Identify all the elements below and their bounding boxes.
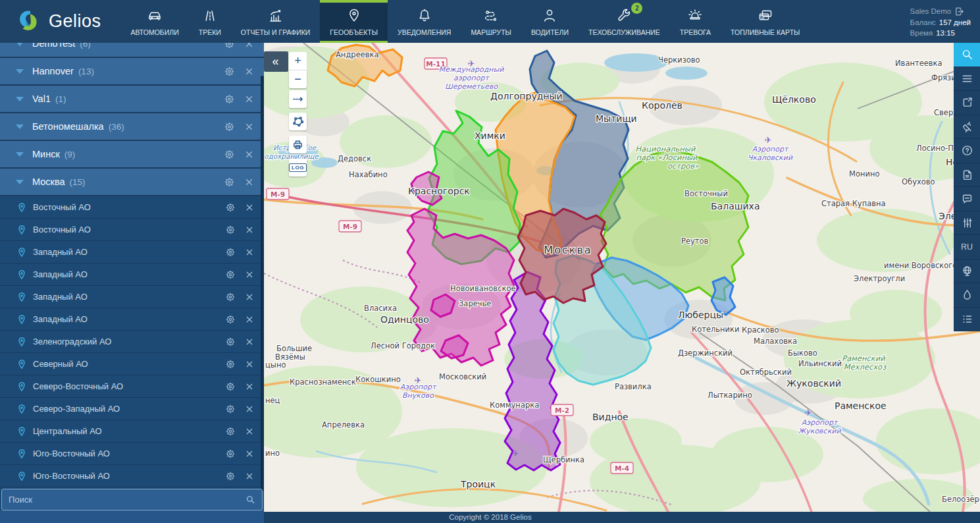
group-remove-button[interactable]: [244, 66, 255, 77]
geo-item-row[interactable]: Юго-Восточный АО: [0, 465, 264, 487]
chevron-down-icon[interactable]: [16, 124, 24, 129]
item-remove-button[interactable]: [244, 269, 255, 280]
geo-item-row[interactable]: Юго-Восточный АО: [0, 443, 264, 465]
item-settings-button[interactable]: [225, 269, 236, 280]
item-remove-button[interactable]: [244, 471, 255, 482]
item-remove-button[interactable]: [244, 225, 255, 235]
group-settings-button[interactable]: [224, 177, 235, 188]
print-map-button[interactable]: [289, 136, 307, 153]
geo-item-row[interactable]: Северный АО: [0, 353, 264, 375]
item-remove-button[interactable]: [244, 359, 255, 370]
measure-distance-button[interactable]: [289, 90, 307, 108]
geo-group-row[interactable]: Бетономешалка(36): [0, 113, 264, 141]
satellite-button[interactable]: [954, 115, 980, 140]
nav-reports[interactable]: ОТЧЕТЫ И ГРАФИКИ: [231, 0, 321, 43]
item-settings-button[interactable]: [225, 314, 236, 325]
nav-vehicles[interactable]: АВТОМОБИЛИ: [121, 0, 189, 43]
collapse-sidebar-button[interactable]: «: [264, 51, 288, 72]
item-remove-button[interactable]: [244, 381, 255, 392]
language-button[interactable]: RU: [954, 235, 980, 260]
item-remove-button[interactable]: [244, 292, 255, 302]
draw-polygon-button[interactable]: [289, 113, 307, 130]
nav-notifications[interactable]: УВЕДОМЛЕНИЯ: [388, 0, 461, 43]
chevron-down-icon[interactable]: [16, 97, 24, 101]
chevron-down-icon[interactable]: [16, 152, 24, 157]
legend-button[interactable]: [954, 308, 980, 332]
filters-button[interactable]: [954, 211, 980, 236]
layers-menu-button[interactable]: [954, 67, 980, 92]
item-settings-button[interactable]: [225, 449, 236, 459]
item-settings-button[interactable]: [225, 471, 236, 482]
nav-geoobjects[interactable]: ГЕООБЪЕКТЫ: [320, 0, 388, 43]
group-settings-button[interactable]: [224, 149, 235, 160]
group-settings-button[interactable]: [224, 94, 235, 105]
group-settings-button[interactable]: [224, 66, 235, 77]
item-remove-button[interactable]: [244, 404, 255, 414]
group-remove-button[interactable]: [244, 149, 255, 160]
geo-item-row[interactable]: Восточный АО: [0, 196, 264, 219]
item-remove-button[interactable]: [244, 426, 255, 437]
geo-item-row[interactable]: Северо-Восточный АО: [0, 375, 264, 398]
map-canvas[interactable]: ✈✈✈✈✈М-11М-9М-9М-2М-4АндреевкаМеждународ…: [264, 43, 980, 512]
item-settings-button[interactable]: [225, 426, 236, 437]
item-settings-button[interactable]: [225, 337, 236, 347]
fuel-drop-button[interactable]: [954, 283, 980, 308]
map-area: ✈✈✈✈✈М-11М-9М-9М-2М-4АндреевкаМеждународ…: [264, 43, 980, 523]
chat-button[interactable]: [954, 187, 980, 211]
item-settings-button[interactable]: [225, 225, 236, 235]
globe-button[interactable]: [954, 260, 980, 284]
geo-group-row[interactable]: Hannover(13): [0, 58, 264, 86]
gelios-logo[interactable]: Gelios: [0, 0, 121, 43]
geo-group-row[interactable]: DemoTest(6): [0, 43, 264, 58]
logout-icon[interactable]: [954, 7, 964, 16]
chevron-down-icon[interactable]: [16, 180, 24, 184]
map[interactable]: ✈✈✈✈✈М-11М-9М-9М-2М-4АндреевкаМеждународ…: [264, 43, 980, 512]
chevron-down-icon[interactable]: [16, 69, 24, 74]
map-search-button[interactable]: [954, 43, 980, 67]
help-button[interactable]: [954, 139, 980, 163]
item-remove-button[interactable]: [244, 247, 255, 258]
item-remove-button[interactable]: [244, 337, 255, 347]
zoom-out-button[interactable]: −: [289, 70, 307, 88]
sidebar-scrollbar[interactable]: [261, 76, 264, 491]
geo-item-row[interactable]: Зеленоградский АО: [0, 331, 264, 353]
road-badge-label: М-4: [615, 464, 629, 472]
nav-drivers[interactable]: ВОДИТЕЛИ: [521, 0, 579, 43]
nav-tracks[interactable]: ТРЕКИ: [189, 0, 231, 43]
geo-group-row[interactable]: Val1(1): [0, 86, 264, 113]
geo-item-row[interactable]: Западный АО: [0, 308, 264, 331]
item-settings-button[interactable]: [225, 247, 236, 258]
nav-routes[interactable]: МАРШРУТЫ: [461, 0, 521, 43]
geo-item-row[interactable]: Восточный АО: [0, 219, 264, 241]
item-settings-button[interactable]: [225, 381, 236, 392]
expand-button[interactable]: [954, 91, 980, 115]
document-button[interactable]: [954, 163, 980, 188]
item-settings-button[interactable]: [225, 292, 236, 302]
zoom-in-button[interactable]: +: [289, 52, 307, 70]
group-remove-button[interactable]: [244, 43, 255, 49]
geo-item-row[interactable]: Западный АО: [0, 241, 264, 263]
group-settings-button[interactable]: [224, 43, 235, 49]
group-remove-button[interactable]: [244, 94, 255, 105]
item-settings-button[interactable]: [225, 202, 236, 213]
search-input[interactable]: [2, 495, 245, 505]
item-remove-button[interactable]: [244, 202, 255, 213]
geo-group-row[interactable]: Минск(9): [0, 141, 264, 169]
group-settings-button[interactable]: [224, 121, 235, 132]
item-settings-button[interactable]: [225, 404, 236, 414]
geo-item-row[interactable]: Центральный АО: [0, 420, 264, 443]
item-remove-button[interactable]: [244, 314, 255, 325]
nav-alarm[interactable]: ТРЕВОГА: [670, 0, 721, 43]
geo-item-row[interactable]: Западный АО: [0, 263, 264, 286]
chevron-down-icon[interactable]: [16, 43, 24, 46]
nav-fuel-cards[interactable]: ТОПЛИВНЫЕ КАРТЫ: [721, 0, 810, 43]
item-remove-button[interactable]: [244, 449, 255, 459]
log-button[interactable]: LOG: [289, 159, 307, 177]
nav-maintenance[interactable]: 2 ТЕХОБСЛУЖИВАНИЕ: [579, 0, 670, 43]
geo-item-row[interactable]: Северо-Западный АО: [0, 398, 264, 420]
item-settings-button[interactable]: [225, 359, 236, 370]
group-remove-button[interactable]: [244, 121, 255, 132]
group-remove-button[interactable]: [244, 177, 255, 188]
geo-item-row[interactable]: Западный АО: [0, 286, 264, 308]
geo-group-row[interactable]: Москва(15): [0, 169, 264, 196]
